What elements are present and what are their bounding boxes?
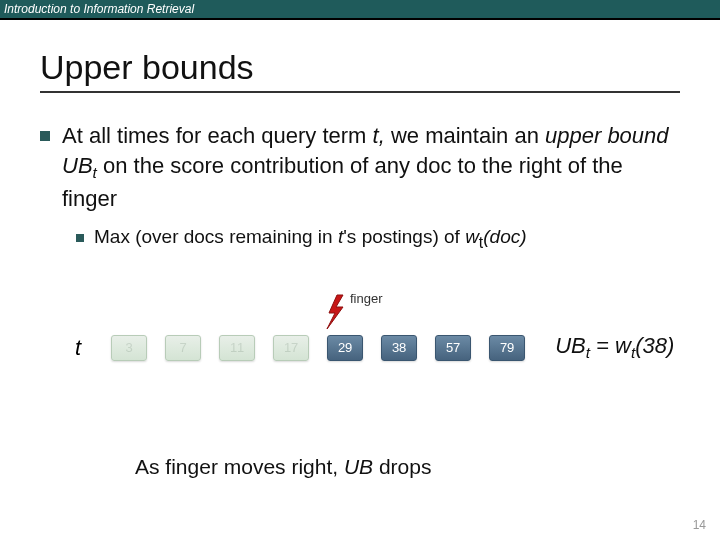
svg-marker-0 bbox=[327, 295, 343, 329]
posting-cell-active: 57 bbox=[435, 335, 471, 361]
text: Max (over docs remaining in bbox=[94, 226, 338, 247]
eq-mid: = w bbox=[590, 333, 631, 358]
posting-cell-washed: 7 bbox=[165, 335, 201, 361]
posting-cell-washed: 11 bbox=[219, 335, 255, 361]
lightning-bolt-icon bbox=[323, 293, 349, 331]
italic-ub: UB bbox=[344, 455, 373, 478]
course-header: Introduction to Information Retrieval bbox=[0, 0, 720, 18]
finger-label: finger bbox=[350, 291, 383, 306]
bullet-text: Max (over docs remaining in t's postings… bbox=[94, 226, 527, 252]
text: 's postings) of bbox=[343, 226, 465, 247]
bullet-square-icon bbox=[76, 234, 84, 242]
postings-row: t 3 7 11 17 29 38 57 79 UBt = wt(38) bbox=[75, 333, 674, 362]
bullet-level-1: At all times for each query term t, we m… bbox=[40, 121, 680, 214]
posting-cell-active: 79 bbox=[489, 335, 525, 361]
text: we maintain an bbox=[385, 123, 545, 148]
posting-cell-washed: 17 bbox=[273, 335, 309, 361]
ub-equation: UBt = wt(38) bbox=[555, 333, 674, 362]
text: on the score contribution of any doc to … bbox=[62, 153, 623, 211]
italic-w: w bbox=[465, 226, 479, 247]
italic-doc: (doc) bbox=[483, 226, 526, 247]
bullet-level-2: Max (over docs remaining in t's postings… bbox=[76, 226, 680, 252]
eq-arg: (38) bbox=[635, 333, 674, 358]
slide-body: Upper bounds At all times for each query… bbox=[0, 20, 720, 411]
posting-cell-active: 38 bbox=[381, 335, 417, 361]
italic-t: t, bbox=[373, 123, 385, 148]
ub-lhs: UB bbox=[555, 333, 586, 358]
bullet-square-icon bbox=[40, 131, 50, 141]
term-label: t bbox=[75, 335, 81, 361]
page-number: 14 bbox=[693, 518, 706, 532]
text: drops bbox=[373, 455, 431, 478]
bullet-text: At all times for each query term t, we m… bbox=[62, 121, 680, 214]
caption: As finger moves right, UB drops bbox=[135, 455, 431, 479]
text: As finger moves right, bbox=[135, 455, 344, 478]
slide-title: Upper bounds bbox=[40, 48, 680, 93]
text: At all times for each query term bbox=[62, 123, 373, 148]
posting-cell-active: 29 bbox=[327, 335, 363, 361]
postings-diagram: finger t 3 7 11 17 29 38 57 79 UBt = wt(… bbox=[40, 291, 680, 411]
posting-cell-washed: 3 bbox=[111, 335, 147, 361]
